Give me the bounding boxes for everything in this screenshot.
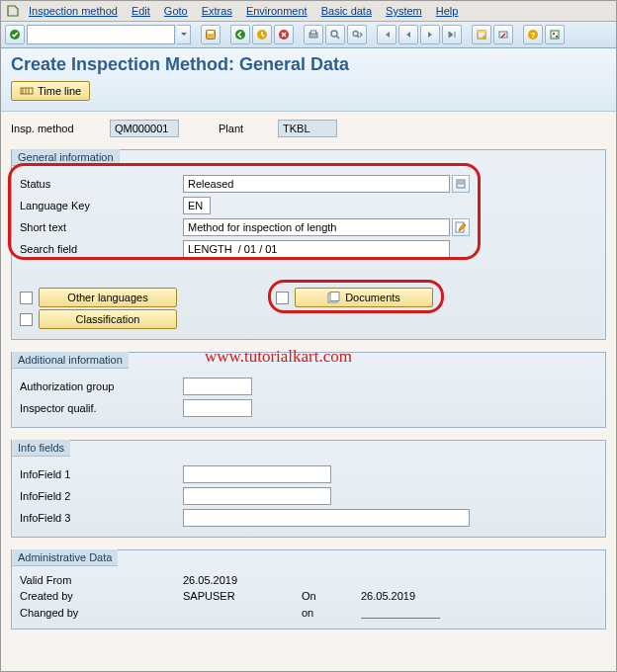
insp-method-label: Insp. method — [11, 123, 100, 134]
created-by-label: Created by — [20, 590, 183, 602]
watermark-text: www.tutorialkart.com — [205, 347, 352, 367]
enter-button[interactable] — [5, 25, 25, 44]
created-on-value: 26.05.2019 — [361, 589, 597, 603]
menu-basic-data[interactable]: Basic data — [315, 3, 378, 19]
menu-help[interactable]: Help — [430, 3, 465, 19]
svg-line-11 — [357, 36, 359, 38]
infofield1-input[interactable] — [183, 465, 331, 483]
timeline-icon — [20, 85, 34, 97]
menu-system[interactable]: System — [380, 3, 428, 19]
menu-environment[interactable]: Environment — [240, 3, 313, 19]
documents-checkbox[interactable] — [276, 292, 289, 304]
svg-line-9 — [336, 36, 339, 39]
svg-rect-30 — [330, 293, 339, 301]
other-languages-label: Other languages — [67, 292, 147, 303]
documents-icon — [327, 292, 341, 303]
created-on-label: On — [302, 590, 361, 602]
long-text-icon[interactable] — [452, 218, 470, 236]
changed-on-label: on — [302, 607, 361, 619]
admin-section-title: Administrative Data — [12, 549, 118, 566]
additional-section-title: Additional information — [12, 352, 129, 369]
svg-rect-2 — [208, 31, 214, 34]
find-next-button[interactable] — [347, 25, 367, 44]
cancel-button[interactable] — [274, 25, 294, 44]
next-page-button[interactable] — [420, 25, 440, 44]
toolbar: ? — [1, 22, 616, 48]
language-field[interactable] — [183, 197, 211, 214]
last-page-button[interactable] — [442, 25, 462, 44]
svg-point-10 — [353, 32, 358, 37]
page-title: Create Inspection Method: General Data — [11, 54, 606, 75]
search-label: Search field — [20, 243, 183, 255]
search-field[interactable] — [183, 240, 450, 258]
first-page-button[interactable] — [377, 25, 397, 44]
admin-section: Administrative Data Valid From 26.05.201… — [11, 549, 606, 630]
title-area: Create Inspection Method: General Data T… — [1, 48, 616, 112]
command-field[interactable] — [27, 25, 175, 44]
status-field[interactable] — [183, 175, 450, 193]
menu-bar: Inspection method Edit Goto Extras Envir… — [1, 1, 616, 22]
window-icon — [5, 3, 21, 19]
back-button[interactable] — [230, 25, 250, 44]
classification-label: Classification — [76, 313, 140, 325]
infofield2-label: InfoField 2 — [20, 490, 183, 502]
menu-goto[interactable]: Goto — [158, 3, 194, 19]
documents-label: Documents — [345, 292, 400, 303]
created-by-value: SAPUSER — [183, 589, 302, 603]
svg-rect-15 — [499, 32, 507, 38]
other-languages-button[interactable]: Other languages — [39, 288, 177, 307]
svg-point-3 — [235, 30, 245, 40]
infofield3-label: InfoField 3 — [20, 512, 183, 524]
save-button[interactable] — [201, 25, 220, 44]
menu-edit[interactable]: Edit — [126, 3, 156, 19]
general-section: General information Status Language Key … — [11, 149, 606, 340]
layout-button[interactable] — [545, 25, 565, 44]
additional-section: Additional information www.tutorialkart.… — [11, 352, 606, 428]
auth-group-label: Authorization group — [20, 380, 183, 392]
timeline-label: Time line — [38, 85, 81, 97]
insp-method-value: QM000001 — [110, 120, 179, 137]
classification-checkbox[interactable] — [20, 313, 33, 326]
svg-rect-19 — [553, 33, 555, 35]
shorttext-field[interactable] — [183, 218, 450, 236]
menu-extras[interactable]: Extras — [196, 3, 238, 19]
svg-rect-13 — [478, 31, 485, 33]
plant-label: Plant — [219, 123, 268, 134]
status-label: Status — [20, 178, 183, 190]
svg-point-14 — [483, 36, 486, 40]
other-languages-checkbox[interactable] — [20, 292, 33, 304]
command-history-dropdown[interactable] — [177, 25, 191, 44]
inspector-qualif-field[interactable] — [183, 399, 252, 417]
changed-on-blank — [361, 605, 440, 619]
info-section: Info fields InfoField 1 InfoField 2 Info… — [11, 440, 606, 538]
infofield3-input[interactable] — [183, 509, 470, 527]
general-section-title: General information — [12, 149, 120, 166]
valid-from-value: 26.05.2019 — [183, 573, 302, 587]
inspector-qualif-label: Inspector qualif. — [20, 402, 183, 414]
language-label: Language Key — [20, 200, 183, 211]
auth-group-field[interactable] — [183, 378, 252, 395]
changed-by-label: Changed by — [20, 607, 183, 619]
shorttext-label: Short text — [20, 221, 183, 233]
status-dropdown-icon[interactable] — [452, 175, 470, 193]
exit-button[interactable] — [252, 25, 272, 44]
create-shortcut-button[interactable] — [493, 25, 513, 44]
menu-inspection-method[interactable]: Inspection method — [23, 3, 124, 19]
infofield1-label: InfoField 1 — [20, 468, 183, 480]
print-button[interactable] — [304, 25, 323, 44]
info-section-title: Info fields — [12, 440, 70, 457]
help-button[interactable]: ? — [523, 25, 543, 44]
valid-from-label: Valid From — [20, 574, 183, 586]
svg-text:?: ? — [531, 31, 536, 40]
plant-value: TKBL — [278, 120, 337, 137]
documents-button[interactable]: Documents — [295, 288, 433, 307]
header-row: Insp. method QM000001 Plant TKBL — [11, 120, 606, 137]
new-session-button[interactable] — [472, 25, 491, 44]
infofield2-input[interactable] — [183, 487, 331, 505]
classification-button[interactable]: Classification — [39, 309, 177, 329]
svg-rect-20 — [556, 36, 558, 38]
prev-page-button[interactable] — [398, 25, 418, 44]
timeline-button[interactable]: Time line — [11, 81, 90, 101]
svg-rect-7 — [311, 31, 316, 34]
find-button[interactable] — [325, 25, 345, 44]
